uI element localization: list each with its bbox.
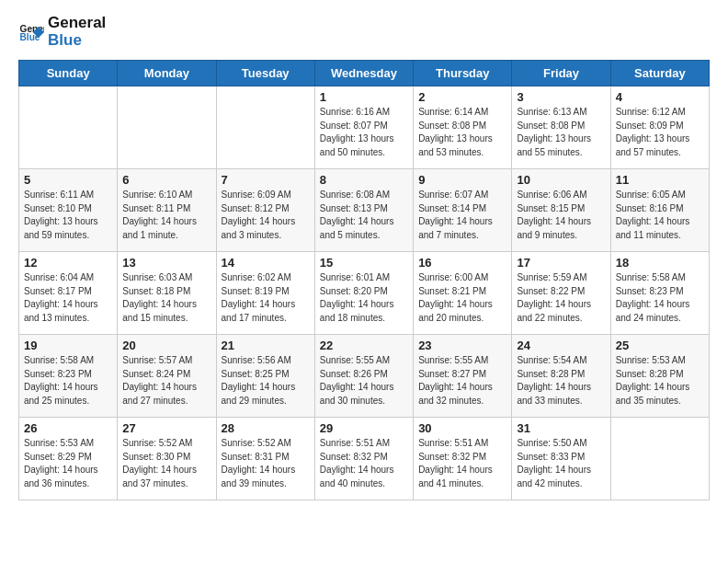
day-number: 12: [24, 256, 112, 270]
day-number: 4: [616, 90, 704, 104]
day-header-thursday: Thursday: [414, 61, 512, 86]
day-info: Sunrise: 5:55 AM Sunset: 8:27 PM Dayligh…: [418, 354, 506, 408]
calendar-table: SundayMondayTuesdayWednesdayThursdayFrid…: [18, 60, 710, 500]
calendar-cell: 3Sunrise: 6:13 AM Sunset: 8:08 PM Daylig…: [512, 86, 610, 169]
day-number: 23: [418, 339, 506, 352]
day-number: 3: [517, 90, 605, 104]
day-info: Sunrise: 5:51 AM Sunset: 8:32 PM Dayligh…: [320, 437, 408, 490]
calendar-cell: 7Sunrise: 6:09 AM Sunset: 8:12 PM Daylig…: [216, 169, 314, 252]
day-info: Sunrise: 6:05 AM Sunset: 8:16 PM Dayligh…: [616, 189, 704, 242]
day-number: 24: [517, 339, 605, 352]
day-header-monday: Monday: [118, 61, 216, 86]
day-header-saturday: Saturday: [610, 61, 709, 86]
logo-blue: Blue: [48, 32, 106, 50]
calendar-cell: 1Sunrise: 6:16 AM Sunset: 8:07 PM Daylig…: [314, 86, 413, 169]
calendar-cell: 26Sunrise: 5:53 AM Sunset: 8:29 PM Dayli…: [19, 418, 118, 500]
day-info: Sunrise: 6:00 AM Sunset: 8:21 PM Dayligh…: [418, 271, 506, 325]
day-info: Sunrise: 6:14 AM Sunset: 8:08 PM Dayligh…: [418, 106, 506, 159]
calendar-week-row: 1Sunrise: 6:16 AM Sunset: 8:07 PM Daylig…: [19, 86, 710, 169]
calendar-cell: 11Sunrise: 6:05 AM Sunset: 8:16 PM Dayli…: [610, 169, 709, 252]
calendar-cell: 16Sunrise: 6:00 AM Sunset: 8:21 PM Dayli…: [414, 252, 512, 335]
day-number: 14: [222, 256, 310, 270]
day-info: Sunrise: 6:09 AM Sunset: 8:12 PM Dayligh…: [222, 189, 310, 242]
page: General Blue General Blue SundayMondayTu…: [0, 0, 728, 563]
day-info: Sunrise: 5:53 AM Sunset: 8:28 PM Dayligh…: [616, 354, 704, 408]
calendar-cell: 13Sunrise: 6:03 AM Sunset: 8:18 PM Dayli…: [118, 252, 216, 335]
calendar-cell: 12Sunrise: 6:04 AM Sunset: 8:17 PM Dayli…: [19, 252, 118, 335]
calendar-cell: 10Sunrise: 6:06 AM Sunset: 8:15 PM Dayli…: [512, 169, 610, 252]
logo: General Blue General Blue: [18, 15, 106, 49]
day-number: 6: [122, 173, 210, 187]
day-info: Sunrise: 6:12 AM Sunset: 8:09 PM Dayligh…: [616, 106, 704, 159]
day-number: 18: [616, 256, 704, 270]
day-number: 7: [222, 173, 310, 187]
day-number: 22: [320, 339, 408, 352]
day-number: 1: [320, 90, 408, 104]
day-number: 10: [517, 173, 605, 187]
day-number: 31: [517, 421, 605, 435]
day-info: Sunrise: 6:10 AM Sunset: 8:11 PM Dayligh…: [122, 189, 210, 242]
calendar-cell: 25Sunrise: 5:53 AM Sunset: 8:28 PM Dayli…: [610, 335, 709, 418]
calendar-cell: [216, 86, 314, 169]
day-number: 8: [320, 173, 408, 187]
calendar-cell: 8Sunrise: 6:08 AM Sunset: 8:13 PM Daylig…: [314, 169, 413, 252]
calendar-week-row: 12Sunrise: 6:04 AM Sunset: 8:17 PM Dayli…: [19, 252, 710, 335]
day-info: Sunrise: 6:13 AM Sunset: 8:08 PM Dayligh…: [517, 106, 605, 159]
day-info: Sunrise: 5:58 AM Sunset: 8:23 PM Dayligh…: [24, 354, 112, 408]
calendar-cell: 9Sunrise: 6:07 AM Sunset: 8:14 PM Daylig…: [414, 169, 512, 252]
day-number: 25: [616, 339, 704, 352]
calendar-cell: [610, 418, 709, 500]
calendar-cell: 31Sunrise: 5:50 AM Sunset: 8:33 PM Dayli…: [512, 418, 610, 500]
calendar-cell: 5Sunrise: 6:11 AM Sunset: 8:10 PM Daylig…: [19, 169, 118, 252]
calendar-cell: [118, 86, 216, 169]
day-number: 2: [418, 90, 506, 104]
calendar-cell: 19Sunrise: 5:58 AM Sunset: 8:23 PM Dayli…: [19, 335, 118, 418]
calendar-week-row: 19Sunrise: 5:58 AM Sunset: 8:23 PM Dayli…: [19, 335, 710, 418]
day-info: Sunrise: 5:59 AM Sunset: 8:22 PM Dayligh…: [517, 271, 605, 325]
calendar-cell: 24Sunrise: 5:54 AM Sunset: 8:28 PM Dayli…: [512, 335, 610, 418]
day-info: Sunrise: 6:06 AM Sunset: 8:15 PM Dayligh…: [517, 189, 605, 242]
day-info: Sunrise: 6:04 AM Sunset: 8:17 PM Dayligh…: [24, 271, 112, 325]
day-number: 26: [24, 421, 112, 435]
day-info: Sunrise: 5:50 AM Sunset: 8:33 PM Dayligh…: [517, 437, 605, 490]
day-header-sunday: Sunday: [19, 61, 118, 86]
calendar-cell: 20Sunrise: 5:57 AM Sunset: 8:24 PM Dayli…: [118, 335, 216, 418]
day-info: Sunrise: 5:58 AM Sunset: 8:23 PM Dayligh…: [616, 271, 704, 325]
day-info: Sunrise: 5:57 AM Sunset: 8:24 PM Dayligh…: [122, 354, 210, 408]
calendar-cell: 4Sunrise: 6:12 AM Sunset: 8:09 PM Daylig…: [610, 86, 709, 169]
calendar-cell: 21Sunrise: 5:56 AM Sunset: 8:25 PM Dayli…: [216, 335, 314, 418]
calendar-cell: 14Sunrise: 6:02 AM Sunset: 8:19 PM Dayli…: [216, 252, 314, 335]
calendar-cell: 18Sunrise: 5:58 AM Sunset: 8:23 PM Dayli…: [610, 252, 709, 335]
day-number: 13: [122, 256, 210, 270]
day-number: 16: [418, 256, 506, 270]
day-header-wednesday: Wednesday: [314, 61, 413, 86]
day-number: 27: [122, 421, 210, 435]
calendar-header-row: SundayMondayTuesdayWednesdayThursdayFrid…: [19, 61, 710, 86]
day-number: 30: [418, 421, 506, 435]
calendar-cell: 29Sunrise: 5:51 AM Sunset: 8:32 PM Dayli…: [314, 418, 413, 500]
day-number: 20: [122, 339, 210, 352]
day-number: 29: [320, 421, 408, 435]
day-number: 19: [24, 339, 112, 352]
day-number: 17: [517, 256, 605, 270]
day-number: 11: [616, 173, 704, 187]
calendar-cell: 6Sunrise: 6:10 AM Sunset: 8:11 PM Daylig…: [118, 169, 216, 252]
day-number: 9: [418, 173, 506, 187]
day-header-friday: Friday: [512, 61, 610, 86]
calendar-cell: 15Sunrise: 6:01 AM Sunset: 8:20 PM Dayli…: [314, 252, 413, 335]
calendar-cell: 27Sunrise: 5:52 AM Sunset: 8:30 PM Dayli…: [118, 418, 216, 500]
day-info: Sunrise: 6:16 AM Sunset: 8:07 PM Dayligh…: [320, 106, 408, 159]
day-info: Sunrise: 6:07 AM Sunset: 8:14 PM Dayligh…: [418, 189, 506, 242]
day-header-tuesday: Tuesday: [216, 61, 314, 86]
day-number: 21: [222, 339, 310, 352]
header: General Blue General Blue: [18, 15, 710, 49]
logo-general: General: [48, 15, 106, 32]
day-number: 15: [320, 256, 408, 270]
calendar-cell: 2Sunrise: 6:14 AM Sunset: 8:08 PM Daylig…: [414, 86, 512, 169]
day-info: Sunrise: 5:54 AM Sunset: 8:28 PM Dayligh…: [517, 354, 605, 408]
calendar-cell: 23Sunrise: 5:55 AM Sunset: 8:27 PM Dayli…: [414, 335, 512, 418]
day-info: Sunrise: 5:52 AM Sunset: 8:30 PM Dayligh…: [122, 437, 210, 490]
calendar-cell: [19, 86, 118, 169]
day-number: 28: [222, 421, 310, 435]
day-info: Sunrise: 5:53 AM Sunset: 8:29 PM Dayligh…: [24, 437, 112, 490]
